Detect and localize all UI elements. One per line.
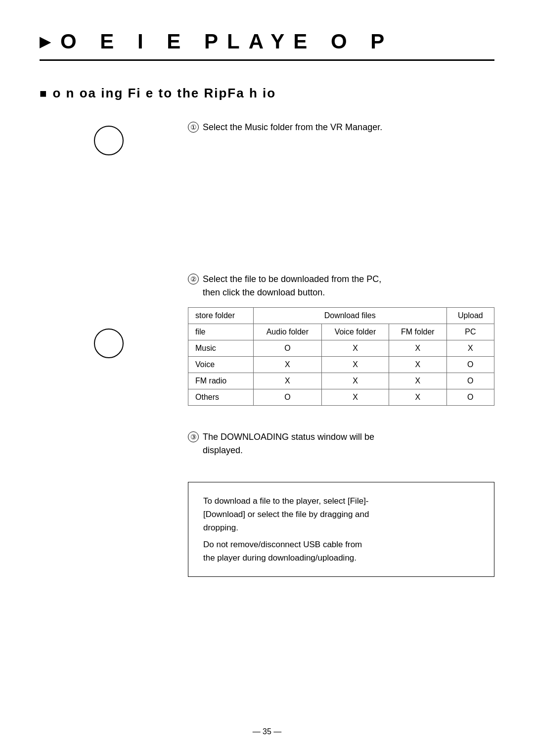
table-subheader-audio: Audio folder bbox=[253, 324, 321, 340]
table-row: FM radio X X X O bbox=[188, 373, 494, 389]
row-others-fm: X bbox=[389, 389, 447, 406]
step-1-num: ① bbox=[188, 122, 199, 133]
table-row: Others O X X O bbox=[188, 389, 494, 406]
left-column bbox=[40, 121, 178, 577]
step-3-row: ③ The DOWNLOADING status window will bed… bbox=[188, 430, 494, 457]
step-2-text: Select the file to be downloaded from th… bbox=[203, 273, 381, 299]
step-2-block: ② Select the file to be downloaded from … bbox=[188, 273, 494, 406]
device-screen-1 bbox=[94, 126, 124, 160]
row-voice-voice: X bbox=[321, 357, 389, 373]
table-subheader-voice: Voice folder bbox=[321, 324, 389, 340]
note-line-2: Do not remove/disconnect USB cable from … bbox=[203, 538, 479, 565]
table-header-store: store folder bbox=[188, 308, 254, 324]
table-subheader-file: file bbox=[188, 324, 254, 340]
row-others-voice: X bbox=[321, 389, 389, 406]
row-others-file: Others bbox=[188, 389, 254, 406]
page-header: ▶ O E I E PLAYE O P bbox=[40, 30, 494, 61]
download-table: store folder Download files Upload file … bbox=[188, 307, 494, 406]
row-voice-fm: X bbox=[389, 357, 447, 373]
row-music-file: Music bbox=[188, 340, 254, 357]
row-others-audio: O bbox=[253, 389, 321, 406]
row-music-audio: O bbox=[253, 340, 321, 357]
row-fmradio-pc: O bbox=[446, 373, 494, 389]
note-box: To download a file to the player, select… bbox=[188, 482, 494, 577]
header-arrow-icon: ▶ bbox=[40, 34, 50, 50]
row-music-pc: X bbox=[446, 340, 494, 357]
table-header-upload: Upload bbox=[446, 308, 494, 324]
step-1-row: ① Select the Music folder from the VR Ma… bbox=[188, 121, 494, 134]
page-title: O E I E PLAYE O P bbox=[60, 30, 393, 53]
page-number: — 35 — bbox=[253, 727, 282, 736]
row-fmradio-voice: X bbox=[321, 373, 389, 389]
row-fmradio-audio: X bbox=[253, 373, 321, 389]
table-header-download: Download files bbox=[253, 308, 446, 324]
row-music-fm: X bbox=[389, 340, 447, 357]
table-row: Music O X X X bbox=[188, 340, 494, 357]
row-fmradio-file: FM radio bbox=[188, 373, 254, 389]
step-3-num: ③ bbox=[188, 431, 199, 442]
circle-icon-1 bbox=[94, 126, 124, 155]
section-title: ■ o n oa ing Fi e to the RipFa h io bbox=[40, 86, 494, 101]
device-screen-2 bbox=[94, 329, 124, 363]
circle-icon-2 bbox=[94, 329, 124, 358]
right-column: ① Select the Music folder from the VR Ma… bbox=[178, 121, 494, 577]
page: ▶ O E I E PLAYE O P ■ o n oa ing Fi e to… bbox=[0, 0, 534, 756]
note-line-1: To download a file to the player, select… bbox=[203, 494, 479, 535]
step-3-text: The DOWNLOADING status window will bedis… bbox=[203, 430, 374, 457]
row-voice-pc: O bbox=[446, 357, 494, 373]
table-subheader-pc: PC bbox=[446, 324, 494, 340]
step-1-block: ① Select the Music folder from the VR Ma… bbox=[188, 121, 494, 134]
row-others-pc: O bbox=[446, 389, 494, 406]
table-subheader-fm: FM folder bbox=[389, 324, 447, 340]
step-3-block: ③ The DOWNLOADING status window will bed… bbox=[188, 430, 494, 457]
row-music-voice: X bbox=[321, 340, 389, 357]
step-2-row: ② Select the file to be downloaded from … bbox=[188, 273, 494, 299]
section-title-text: o n oa ing Fi e to the RipFa h io bbox=[53, 86, 276, 101]
two-col-layout: ① Select the Music folder from the VR Ma… bbox=[40, 121, 494, 577]
step-2-num: ② bbox=[188, 274, 199, 284]
row-fmradio-fm: X bbox=[389, 373, 447, 389]
section-bullet-icon: ■ bbox=[40, 87, 47, 100]
row-voice-file: Voice bbox=[188, 357, 254, 373]
table-row: Voice X X X O bbox=[188, 357, 494, 373]
step-1-text: Select the Music folder from the VR Mana… bbox=[203, 121, 382, 134]
row-voice-audio: X bbox=[253, 357, 321, 373]
